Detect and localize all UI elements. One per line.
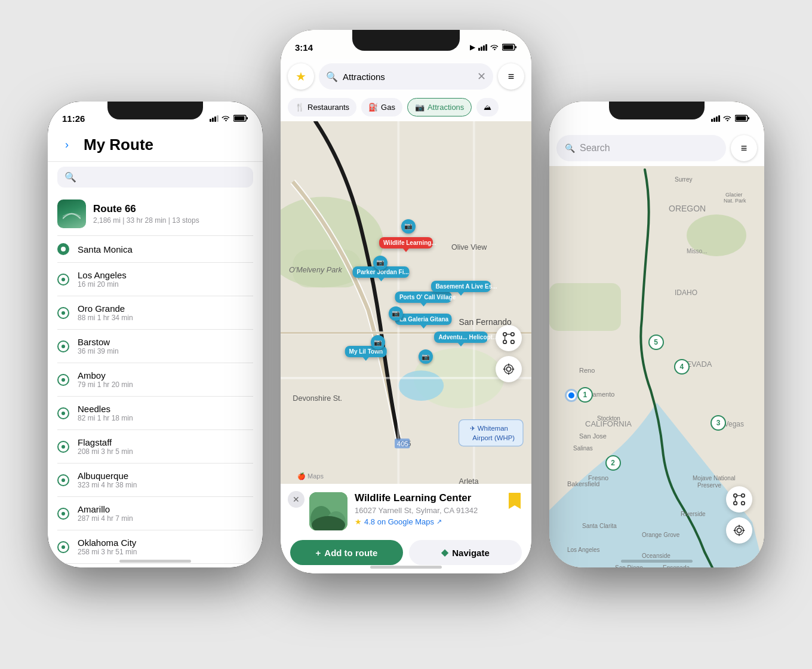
- route-view-button[interactable]: [496, 325, 522, 351]
- stop-name-7: Albuquerque: [78, 471, 137, 481]
- svg-rect-7: [478, 48, 480, 51]
- status-time-left: 11:26: [62, 113, 85, 124]
- stop-item-7[interactable]: Albuquerque 323 mi 4 hr 38 min: [48, 464, 263, 496]
- svg-rect-3: [217, 115, 219, 122]
- route-view-button-right[interactable]: [726, 486, 752, 513]
- svg-point-88: [734, 494, 737, 498]
- notch-center: [352, 30, 460, 51]
- location-number-3-wrapper: 3: [710, 415, 726, 431]
- home-indicator-right: [621, 560, 693, 563]
- search-bar-left[interactable]: 🔍: [57, 167, 253, 188]
- page-title-left: My Route: [84, 136, 153, 154]
- route-card[interactable]: Route 66 2,186 mi | 33 hr 28 min | 13 st…: [48, 192, 263, 235]
- card-close-button[interactable]: ✕: [288, 491, 304, 508]
- stop-dot-4: [57, 374, 69, 386]
- pin-tail-basement: [458, 292, 464, 296]
- clear-search-button[interactable]: ✕: [477, 70, 486, 83]
- star-button[interactable]: ★: [288, 63, 314, 90]
- diamond-icon: ◆: [441, 547, 448, 558]
- menu-button-right[interactable]: ≡: [731, 135, 757, 161]
- svg-rect-0: [210, 119, 211, 122]
- svg-rect-54: [713, 118, 715, 122]
- location-button-right[interactable]: [726, 517, 752, 544]
- chip-attractions[interactable]: 📷 Attractions: [407, 98, 472, 116]
- svg-rect-1: [212, 118, 214, 122]
- location-button-center[interactable]: [496, 356, 522, 382]
- stop-item-5[interactable]: Needles 82 mi 1 hr 18 min: [48, 397, 263, 429]
- apple-maps-logo-center: 🍎 Maps: [290, 472, 331, 481]
- search-pill[interactable]: 🔍 Attractions ✕: [319, 63, 493, 90]
- pin-tail-wildlife: [403, 248, 409, 252]
- stop-name-1: Los Angeles: [78, 270, 127, 280]
- user-location-dot: [567, 391, 576, 400]
- back-button[interactable]: ›: [57, 135, 76, 154]
- place-rating: ★ 4.8 on Google Maps ↗: [355, 517, 522, 526]
- left-phone: 11:26: [48, 102, 263, 567]
- svg-text:Los Angeles: Los Angeles: [567, 547, 600, 553]
- camera-dot-1: 📷: [401, 219, 416, 234]
- search-icon-left: 🔍: [64, 171, 76, 183]
- bookmark-icon: [508, 492, 522, 510]
- pin-label-wildlife: Wildlife Learning...: [379, 237, 433, 248]
- search-icon-right: 🔍: [565, 143, 575, 153]
- stop-item-0[interactable]: Santa Monica: [48, 236, 263, 262]
- stop-item-4[interactable]: Amboy 79 mi 1 hr 20 min: [48, 363, 263, 396]
- chip-restaurants[interactable]: 🍴 Restaurants: [288, 98, 356, 116]
- svg-text:Salinas: Salinas: [573, 445, 593, 452]
- svg-text:Ensenada: Ensenada: [663, 564, 690, 567]
- status-icons-right: [711, 115, 750, 122]
- stop-dist-5: 82 mi 1 hr 18 min: [78, 414, 133, 422]
- pin-wildlife[interactable]: Wildlife Learning...: [379, 237, 433, 252]
- stop-dist-6: 208 mi 3 hr 5 min: [78, 447, 133, 456]
- svg-point-18: [398, 370, 444, 401]
- stop-info-0: Santa Monica: [78, 244, 133, 254]
- svg-rect-5: [247, 117, 248, 119]
- stop-name-3: Barstow: [78, 337, 119, 347]
- navigate-button[interactable]: ◆ Navigate: [409, 540, 522, 565]
- svg-text:OREGON: OREGON: [669, 204, 706, 213]
- stop-dist-3: 36 mi 39 min: [78, 347, 119, 355]
- pin-tail-ports: [420, 303, 426, 306]
- svg-text:Surrey: Surrey: [675, 176, 692, 183]
- gas-icon: ⛽: [368, 103, 378, 112]
- center-screen: 3:14 ▶: [281, 30, 531, 573]
- svg-rect-6: [235, 116, 245, 121]
- stop-item-9[interactable]: Oklahoma City 258 mi 3 hr 51 min: [48, 530, 263, 563]
- star-rating-icon: ★: [355, 517, 362, 526]
- chip-gas[interactable]: ⛽ Gas: [361, 98, 402, 116]
- right-search-input[interactable]: 🔍 Search: [556, 135, 726, 161]
- pin-tail-parker: [378, 278, 384, 281]
- stop-item-10[interactable]: Baxter Springs: [48, 564, 263, 567]
- search-value: Attractions: [343, 72, 385, 82]
- svg-text:San Diego: San Diego: [615, 564, 643, 567]
- add-to-route-button[interactable]: + Add to route: [290, 540, 403, 565]
- map-area: O'Melveny Park San Fernando Van Nuys Dev…: [281, 121, 531, 484]
- stop-item-6[interactable]: Flagstaff 208 mi 3 hr 5 min: [48, 430, 263, 463]
- right-phone: 🔍 Search ≡: [549, 102, 764, 567]
- svg-point-43: [505, 365, 513, 374]
- stop-dist-9: 258 mi 3 hr 51 min: [78, 548, 137, 556]
- stop-name-4: Amboy: [78, 370, 133, 380]
- stop-item-1[interactable]: Los Angeles 16 mi 20 min: [48, 263, 263, 296]
- svg-text:Preserve: Preserve: [697, 482, 721, 489]
- menu-button[interactable]: ≡: [498, 63, 524, 90]
- stop-item-8[interactable]: Amarillo 287 mi 4 hr 7 min: [48, 497, 263, 530]
- stop-item-2[interactable]: Oro Grande 88 mi 1 hr 34 min: [48, 296, 263, 329]
- pin-galeria[interactable]: La Galeria Gitana: [395, 314, 452, 329]
- location-target-icon-right: [733, 524, 746, 537]
- right-map-controls: [726, 486, 752, 544]
- stop-name-8: Amarillo: [78, 504, 133, 514]
- bookmark-button[interactable]: [505, 491, 524, 510]
- route-thumb-inner: [57, 200, 86, 228]
- place-info: Wildlife Learning Center 16027 Yarnell S…: [355, 492, 522, 526]
- place-image: [309, 492, 347, 530]
- location-number-3: 3: [710, 415, 726, 431]
- pin-adventure[interactable]: Adventu... Helicopt...: [434, 332, 488, 346]
- chip-more[interactable]: ⛰: [476, 98, 499, 116]
- svg-point-38: [503, 340, 507, 344]
- location-number-1-wrapper: 1: [577, 387, 593, 403]
- road-icon: [63, 208, 81, 220]
- stop-item-3[interactable]: Barstow 36 mi 39 min: [48, 330, 263, 363]
- pin-basement[interactable]: Basement A Live Es...: [431, 281, 491, 296]
- stop-dot-3: [57, 340, 69, 352]
